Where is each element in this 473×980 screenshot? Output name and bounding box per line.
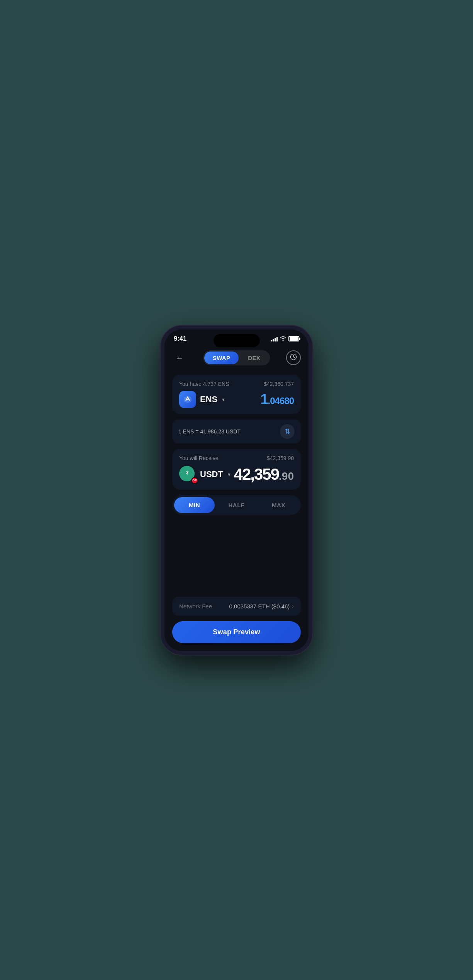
swap-preview-button[interactable]: Swap Preview	[172, 621, 301, 643]
to-token-amount: 42,359.90	[234, 465, 294, 484]
to-amount-decimal: .90	[279, 470, 294, 482]
to-token-card: You will Receive $42,359.90 ₮ OP USDT	[172, 449, 301, 490]
network-fee-section[interactable]: Network Fee 0.0035337 ETH ($0.46) ›	[172, 597, 301, 616]
from-token-card: You have 4.737 ENS $42,360.737	[172, 375, 301, 414]
rate-row: 1 ENS = 41,986.23 USDT ⇅	[172, 420, 301, 443]
wifi-icon	[280, 336, 286, 342]
back-arrow-icon: ←	[176, 353, 183, 362]
max-button[interactable]: MAX	[258, 497, 299, 513]
network-fee-label: Network Fee	[179, 603, 212, 610]
history-button[interactable]	[286, 350, 301, 365]
signal-icon	[271, 336, 278, 341]
tab-dex[interactable]: DEX	[239, 352, 269, 364]
swap-arrows-icon: ⇅	[285, 427, 290, 436]
op-badge: OP	[191, 477, 198, 484]
min-button[interactable]: MIN	[174, 497, 215, 513]
from-usd-value: $42,360.737	[264, 381, 294, 387]
status-icons	[271, 336, 299, 342]
status-time: 9:41	[174, 335, 186, 343]
swap-direction-button[interactable]: ⇅	[280, 424, 295, 439]
to-usd-value: $42,359.90	[267, 455, 294, 461]
ens-logo	[179, 391, 196, 408]
back-button[interactable]: ←	[172, 350, 187, 365]
tab-swap[interactable]: SWAP	[204, 352, 239, 364]
from-token-chevron-icon: ▾	[222, 396, 225, 403]
amount-buttons-group: MIN HALF MAX	[172, 495, 301, 515]
network-fee-value: 0.0035337 ETH ($0.46)	[229, 603, 290, 610]
from-token-header: You have 4.737 ENS $42,360.737	[179, 381, 294, 387]
from-balance-label: You have 4.737 ENS	[179, 381, 229, 387]
to-token-chevron-icon: ▾	[228, 471, 231, 477]
battery-icon	[288, 336, 299, 341]
tab-group: SWAP DEX	[203, 350, 270, 365]
spacer	[172, 520, 301, 589]
fee-value-row: 0.0035337 ETH ($0.46) ›	[229, 603, 294, 610]
from-token-amount[interactable]: 1.04680	[261, 391, 294, 408]
header: ← SWAP DEX	[164, 346, 309, 372]
half-button[interactable]: HALF	[216, 497, 257, 513]
dynamic-island	[214, 334, 260, 347]
app-content: ← SWAP DEX	[164, 346, 309, 651]
to-token-header: You will Receive $42,359.90	[179, 455, 294, 461]
usdt-logo: ₮ OP	[179, 466, 196, 483]
from-token-selector[interactable]: ENS ▾	[179, 391, 225, 408]
swap-section: You have 4.737 ENS $42,360.737	[164, 372, 309, 597]
history-icon	[290, 353, 297, 362]
from-token-row: ENS ▾ 1.04680	[179, 391, 294, 408]
to-token-selector[interactable]: ₮ OP USDT ▾	[179, 466, 231, 483]
to-token-name: USDT	[200, 469, 223, 479]
to-token-row: ₮ OP USDT ▾ 42,359.90	[179, 465, 294, 484]
rate-text: 1 ENS = 41,986.23 USDT	[178, 428, 241, 435]
fee-chevron-icon: ›	[292, 603, 294, 609]
receive-label: You will Receive	[179, 455, 218, 461]
from-token-name: ENS	[200, 394, 217, 404]
to-amount-whole: 42,359	[234, 465, 279, 483]
